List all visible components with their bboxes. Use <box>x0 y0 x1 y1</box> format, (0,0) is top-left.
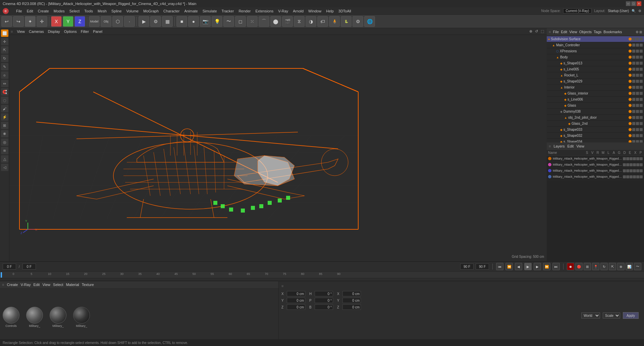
internet-btn[interactable]: 🌐 <box>364 16 375 27</box>
node-space-value[interactable]: Current (V-Ray) <box>563 8 591 13</box>
move-btn[interactable]: ✛ <box>37 16 47 27</box>
key-par-btn[interactable]: ⊕ <box>617 263 625 270</box>
sm-icon2[interactable]: ⊞ <box>639 30 642 34</box>
end-frame-field[interactable] <box>460 264 474 270</box>
tree-item-3[interactable]: ▲ Body <box>547 54 644 60</box>
layer-item-3[interactable]: Military_Attack_Helicopter_with_Weapon_R… <box>547 174 644 180</box>
array-btn[interactable]: ⁙ <box>247 16 258 27</box>
record-btn[interactable]: ⏺ <box>567 263 574 270</box>
swatch-ball-3[interactable] <box>73 307 90 324</box>
python-btn[interactable]: 🐍 <box>341 16 352 27</box>
light-btn[interactable]: 💡 <box>212 16 222 27</box>
settings-icon[interactable]: ⚙ <box>638 9 641 13</box>
mat-view-menu[interactable]: View <box>42 283 50 287</box>
live-selection-btn[interactable]: ✦ <box>25 16 36 27</box>
model-mode-btn[interactable]: Model <box>89 16 100 27</box>
knife-btn[interactable]: ⚡ <box>1 113 8 121</box>
create-spline-btn[interactable]: ✎ <box>1 63 8 70</box>
xpresso-btn[interactable]: ⧖ <box>294 16 305 27</box>
sm-icon1[interactable]: ⚙ <box>636 30 639 34</box>
viewport[interactable]: Default Camera:* Perspective <box>9 35 547 261</box>
x-field[interactable] <box>287 291 305 296</box>
start-frame-field[interactable] <box>3 264 16 270</box>
tree-item-17[interactable]: ◆ s_Shape034 <box>547 139 644 142</box>
tree-item-16[interactable]: ◆ s_Shape032 <box>547 133 644 139</box>
swatch-ball-0[interactable] <box>3 307 19 324</box>
material-swatch-0[interactable]: Controls <box>3 307 19 328</box>
material-swatch-3[interactable]: Military_ <box>73 307 90 328</box>
select-tool-btn[interactable]: ⬜ <box>1 30 8 37</box>
viewport-icon3[interactable]: ⬚ <box>541 29 544 34</box>
material-btn[interactable]: ◑ <box>306 16 316 27</box>
viewport-icon2[interactable]: ↺ <box>535 29 538 34</box>
layer-item-2[interactable]: Military_Attack_Helicopter_with_Weapon_R… <box>547 168 644 174</box>
menu-arnold[interactable]: Arnold <box>291 8 306 14</box>
mograph-sel-btn[interactable]: ❋ <box>1 130 8 137</box>
tree-item-15[interactable]: ◆ s_Shape033 <box>547 127 644 133</box>
current-frame-field[interactable] <box>22 264 36 270</box>
view-menu[interactable]: View <box>15 30 26 34</box>
menu-tools[interactable]: Tools <box>82 8 95 14</box>
x-axis-btn[interactable]: X <box>51 16 62 27</box>
paint-btn[interactable]: 🖌 <box>1 105 8 112</box>
next-key-btn[interactable]: ▶ <box>534 263 541 270</box>
sm-edit-menu[interactable]: Edit <box>561 30 567 34</box>
menu-extensions[interactable]: Extensions <box>253 8 275 14</box>
menu-mesh[interactable]: Mesh <box>96 8 109 14</box>
z-axis-btn[interactable]: Z <box>74 16 85 27</box>
soft-selection-btn[interactable]: ⌾ <box>1 71 8 79</box>
brush-btn[interactable]: ◌ <box>1 97 8 104</box>
texture-btn[interactable]: ⬡ <box>112 16 123 27</box>
h-field[interactable] <box>315 291 333 296</box>
menu-modes[interactable]: Modes <box>52 8 67 14</box>
magnet-btn[interactable]: 🧲 <box>1 88 8 96</box>
undo-btn[interactable]: ↩ <box>1 16 12 27</box>
settings-main-btn[interactable]: ⚙ <box>353 16 363 27</box>
options-menu[interactable]: Options <box>63 30 78 34</box>
key-rot-btn[interactable]: ↻ <box>600 263 608 270</box>
menu-create[interactable]: Create <box>36 8 51 14</box>
motion-btn[interactable]: 〜 <box>634 263 641 270</box>
mat-create-menu[interactable]: Create <box>7 283 18 287</box>
tree-item-2[interactable]: ⬡ XPressions <box>547 48 644 54</box>
points-btn[interactable]: · <box>124 16 135 27</box>
go-start-btn[interactable]: ⏮ <box>496 263 503 270</box>
mat-texture-menu[interactable]: Texture <box>82 283 94 287</box>
timeline-btn[interactable]: 📊 <box>626 263 633 270</box>
tree-item-12[interactable]: ◈ Dummy038 <box>547 109 644 115</box>
swatch-ball-2[interactable] <box>50 307 66 324</box>
tag-btn[interactable]: 🏷 <box>317 16 328 27</box>
p-field[interactable] <box>315 298 333 303</box>
prev-key-btn[interactable]: ◀ <box>515 263 522 270</box>
fps-field[interactable] <box>476 264 489 270</box>
layer-item-1[interactable]: Military_Attack_Helicopter_with_Weapon_R… <box>547 162 644 168</box>
minimize-btn[interactable]: ─ <box>626 1 631 6</box>
sz-field[interactable] <box>342 304 361 310</box>
cube-btn[interactable]: ■ <box>176 16 187 27</box>
next-frame-btn[interactable]: ⏩ <box>543 263 550 270</box>
prev-frame-btn[interactable]: ⏪ <box>505 263 513 270</box>
tree-item-8[interactable]: ▲ Interior <box>547 84 644 91</box>
key-pos-btn[interactable]: 📍 <box>592 263 599 270</box>
slide-tool-btn[interactable]: ◁ <box>1 164 8 171</box>
tree-item-10[interactable]: ◆ s_Line006 <box>547 97 644 103</box>
menu-select[interactable]: Select <box>67 8 82 14</box>
layers-edit-menu[interactable]: Edit <box>567 144 574 148</box>
sm-tags-menu[interactable]: Tags <box>594 30 601 34</box>
layers-menu[interactable]: Layers <box>553 144 565 148</box>
go-end-btn[interactable]: ⏭ <box>552 263 560 270</box>
nurbs-btn[interactable]: ◻ <box>235 16 246 27</box>
tree-item-14[interactable]: ◆ Glass_2nd <box>547 121 644 127</box>
layout-value[interactable]: Startup (User) <box>608 9 629 13</box>
character-btn[interactable]: 🧍 <box>329 16 340 27</box>
play-btn[interactable]: ▶ <box>524 263 532 270</box>
key-all-btn[interactable]: ⊞ <box>584 263 591 270</box>
menu-3dtoall[interactable]: 3DToAll <box>336 8 353 14</box>
world-dropdown[interactable]: World Object Parent <box>581 312 600 319</box>
scale-dropdown[interactable]: Scale Size <box>603 312 620 319</box>
maximize-btn[interactable]: □ <box>631 1 636 6</box>
tree-item-13[interactable]: ▲ obj_2nd_pilot_door <box>547 115 644 121</box>
rotate-tool-btn[interactable]: ↻ <box>1 55 8 62</box>
layer-item-0[interactable]: Military_Attack_Helicopter_with_Weapon_R… <box>547 156 644 162</box>
deform-btn[interactable]: ⌒ <box>259 16 269 27</box>
